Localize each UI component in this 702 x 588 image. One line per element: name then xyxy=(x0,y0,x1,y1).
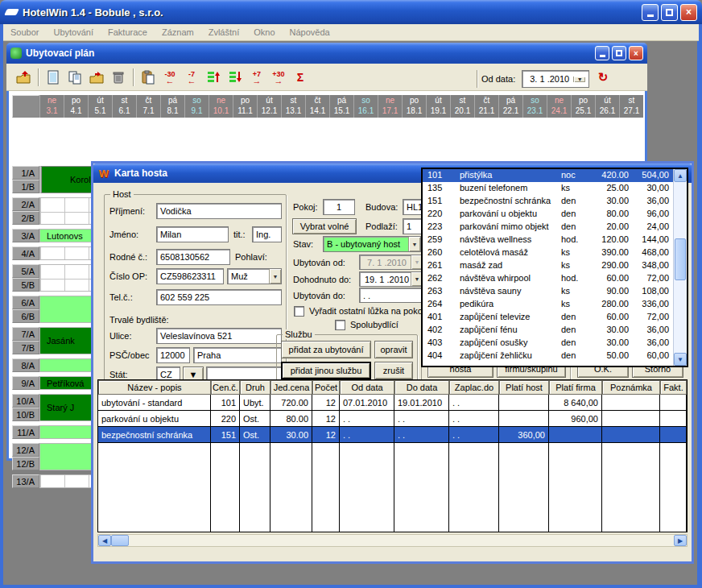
paste-record-button[interactable] xyxy=(138,67,159,87)
vyradit-checkbox[interactable] xyxy=(294,306,304,317)
day-header-20.1[interactable]: st20.1 xyxy=(450,95,474,118)
room-label-7-B[interactable]: 7/B xyxy=(12,341,39,354)
main-titlebar[interactable]: HotelWin 1.4 - Bobule , s.r.o. × xyxy=(0,0,702,24)
table-hscrollbar[interactable]: ◀ ▶ xyxy=(97,534,688,547)
table-header-11[interactable]: Poznámka xyxy=(602,380,660,395)
pridat-za-ubytovani-button[interactable]: přidat za ubytování xyxy=(281,341,371,358)
price-list-row-220[interactable]: 220parkování u objektuden80.0096,00 xyxy=(423,208,673,221)
room-label-5-A[interactable]: 5/A xyxy=(12,264,39,278)
price-list-row-404[interactable]: 404zapůjčení žehličkuden50.0060,00 xyxy=(423,350,673,362)
table-header-4[interactable]: Jed.cena xyxy=(270,380,312,395)
price-list-row-101[interactable]: 101přistýlkanoc420.00504,00 xyxy=(423,169,673,182)
hscroll-thumb[interactable] xyxy=(111,535,129,546)
table-header-5[interactable]: Počet xyxy=(312,380,340,395)
day-header-24.1[interactable]: ne24.1 xyxy=(547,95,571,118)
forward-7-days-button[interactable]: +7→ xyxy=(246,67,267,87)
table-header-2[interactable]: Cen.č. xyxy=(211,380,240,395)
room-label-9-A[interactable]: 9/A xyxy=(12,376,39,390)
room-label-1-A[interactable]: 1/A xyxy=(12,166,39,180)
day-header-7.1[interactable]: čt7.1 xyxy=(136,95,160,118)
price-list-row-262[interactable]: 262návštěva whirpoolhod.60.0072,00 xyxy=(423,272,673,285)
room-label-10-A[interactable]: 10/A xyxy=(12,394,39,408)
table-row-3[interactable]: bezpečnostní schránka151Ost.30.0012. .. … xyxy=(98,427,687,443)
day-header-8.1[interactable]: pá8.1 xyxy=(160,95,184,118)
scroll-up-icon[interactable]: ▲ xyxy=(674,169,687,182)
price-list-row-135[interactable]: 135buzení telefonemks25.0030,00 xyxy=(423,182,673,195)
ulice-field[interactable]: Veleslavínova 521 xyxy=(156,328,282,344)
close-button[interactable]: × xyxy=(680,4,697,21)
room-label-6-B[interactable]: 6/B xyxy=(12,309,39,323)
day-header-6.1[interactable]: st6.1 xyxy=(112,95,136,118)
price-list-row-260[interactable]: 260celotělová masážks390.00468,00 xyxy=(423,246,673,259)
minimize-button[interactable] xyxy=(642,4,659,21)
day-header-4.1[interactable]: po4.1 xyxy=(64,95,88,118)
day-header-3.1[interactable]: ne3.1 xyxy=(39,95,64,118)
plan-titlebar[interactable]: Ubytovací plán × xyxy=(6,43,647,64)
room-label-2-A[interactable]: 2/A xyxy=(12,197,39,211)
pokoj-field[interactable]: 1 xyxy=(323,199,355,215)
plan-minimize-button[interactable] xyxy=(595,46,609,60)
table-header-8[interactable]: Zaplac.do xyxy=(449,380,499,395)
new-record-button[interactable] xyxy=(43,67,64,87)
day-header-5.1[interactable]: út5.1 xyxy=(88,95,112,118)
price-list-row-151[interactable]: 151bezpečnostní schránkaden30.0036,00 xyxy=(423,195,673,208)
scroll-right-icon[interactable]: ▶ xyxy=(674,535,687,546)
sum-button[interactable]: Σ xyxy=(290,67,311,87)
day-header-18.1[interactable]: po18.1 xyxy=(402,95,426,118)
room-label-2-B[interactable]: 2/B xyxy=(12,211,39,225)
rodne-field[interactable]: 6508130562 xyxy=(156,249,230,265)
day-header-14.1[interactable]: čt14.1 xyxy=(305,95,329,118)
back-30-days-button[interactable]: -30← xyxy=(159,67,180,87)
price-list-row-263[interactable]: 263návštěva saunyks90.00108,00 xyxy=(423,285,673,298)
tel-field[interactable]: 602 559 225 xyxy=(156,289,282,305)
day-header-11.1[interactable]: po11.1 xyxy=(233,95,257,118)
pridat-jinou-sluzbu-button[interactable]: přidat jinou službu xyxy=(281,362,371,379)
day-header-12.1[interactable]: út12.1 xyxy=(257,95,281,118)
day-header-26.1[interactable]: út26.1 xyxy=(595,95,619,118)
prijmeni-field[interactable]: Vodička xyxy=(156,203,282,219)
menu-item-7[interactable]: Nápověda xyxy=(283,25,337,39)
menu-item-1[interactable]: Soubor xyxy=(3,25,46,39)
room-label-6-A[interactable]: 6/A xyxy=(12,296,39,309)
pohlavi-dropdown-icon[interactable]: ▼ xyxy=(269,269,281,284)
day-header-19.1[interactable]: út19.1 xyxy=(426,95,450,118)
open-record-button[interactable] xyxy=(86,67,107,87)
tit-field[interactable]: Ing. xyxy=(252,226,282,242)
scroll-rooms-up-button[interactable] xyxy=(203,67,224,87)
ubytovan-do-field[interactable]: . . xyxy=(359,288,423,303)
room-label-4-A[interactable]: 4/A xyxy=(12,246,39,260)
day-header-25.1[interactable]: po25.1 xyxy=(571,95,595,118)
table-header-10[interactable]: Platí firma xyxy=(549,380,602,395)
table-header-9[interactable]: Platí host xyxy=(499,380,549,395)
dohodnuto-do-combobox[interactable]: 19. 1 .2010▼ xyxy=(359,271,423,287)
menu-item-2[interactable]: Ubytování xyxy=(46,25,101,39)
day-header-17.1[interactable]: ne17.1 xyxy=(378,95,402,118)
od-data-combobox[interactable]: 3. 1 .2010 ▼ xyxy=(522,70,589,88)
table-header-1[interactable]: Název - popis xyxy=(98,380,211,395)
forward-30-days-button[interactable]: +30→ xyxy=(268,67,289,87)
room-label-12-A[interactable]: 12/A xyxy=(12,443,39,457)
exit-plan-button[interactable] xyxy=(13,67,34,87)
table-header-7[interactable]: Do data xyxy=(394,380,449,395)
day-header-27.1[interactable]: st27.1 xyxy=(619,95,643,118)
price-list[interactable]: 101přistýlkanoc420.00504,00135buzení tel… xyxy=(423,169,673,366)
room-label-1-B[interactable]: 1/B xyxy=(12,180,39,193)
room-label-8-A[interactable]: 8/A xyxy=(12,358,39,372)
refresh-loop-button[interactable]: ↻ xyxy=(593,67,613,87)
psc-field[interactable]: 12000 xyxy=(156,347,190,363)
day-header-10.1[interactable]: ne10.1 xyxy=(209,95,233,118)
stav-combobox[interactable]: B - ubytovaný host▼ xyxy=(323,236,421,252)
spolubydlici-checkbox[interactable] xyxy=(335,320,345,330)
room-label-5-B[interactable]: 5/B xyxy=(12,278,39,292)
plan-maximize-button[interactable] xyxy=(612,46,626,60)
price-list-row-264[interactable]: 264pedikúraks280.00336,00 xyxy=(423,298,673,311)
pohlavi-combobox[interactable]: Muž▼ xyxy=(227,268,282,284)
table-header-6[interactable]: Od data xyxy=(340,380,394,395)
scroll-down-icon[interactable]: ▼ xyxy=(674,353,687,366)
price-list-row-261[interactable]: 261masáž zadks290.00348,00 xyxy=(423,259,673,272)
day-header-23.1[interactable]: so23.1 xyxy=(522,95,547,118)
scroll-left-icon[interactable]: ◀ xyxy=(98,535,111,546)
menu-item-4[interactable]: Záznam xyxy=(155,25,201,39)
price-list-row-223[interactable]: 223parkování mimo objektden20.0024,00 xyxy=(423,221,673,234)
menu-item-3[interactable]: Fakturace xyxy=(101,25,155,39)
